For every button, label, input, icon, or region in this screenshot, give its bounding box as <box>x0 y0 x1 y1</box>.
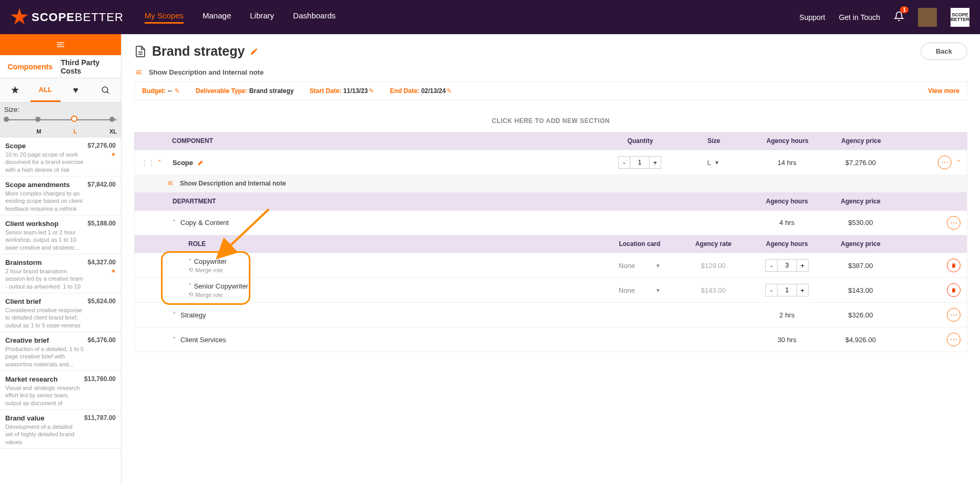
more-menu[interactable]: ⋯ <box>947 216 961 230</box>
filter-all[interactable]: ALL <box>31 78 61 102</box>
size-xl[interactable]: XL <box>109 128 117 135</box>
edit-icon[interactable] <box>197 159 205 166</box>
department-row-client-services: ˅ Client Services 30 hrs $4,926.00 ⋯ <box>135 327 967 352</box>
end-edit[interactable]: ✎ <box>447 87 452 95</box>
component-desc: Visual and strategic research effort led… <box>5 384 81 405</box>
nav-manage[interactable]: Manage <box>203 11 231 24</box>
table-header: COMPONENT Quantity Size Agency hours Age… <box>134 132 967 150</box>
dept-hours: 30 hrs <box>750 336 824 344</box>
merge-role[interactable]: ⟲ Merge role <box>188 291 603 298</box>
add-section[interactable]: CLICK HERE TO ADD NEW SECTION <box>134 117 967 125</box>
notification-badge: 1 <box>900 6 908 13</box>
nav-my-scopes[interactable]: My Scopes <box>145 11 184 24</box>
chevron-down-icon[interactable]: ˅ <box>173 336 176 344</box>
svg-line-1 <box>107 91 109 94</box>
delete-button[interactable] <box>947 283 961 297</box>
notifications-button[interactable]: 1 <box>894 11 904 24</box>
quantity-stepper[interactable]: - + <box>618 156 661 169</box>
scope-hours: 14 hrs <box>750 159 824 167</box>
component-list[interactable]: Scope 10 to 20 page scope of work docume… <box>0 138 121 483</box>
tab-thirdparty[interactable]: Third Party Costs <box>61 55 122 78</box>
back-button[interactable]: Back <box>921 43 967 60</box>
hours-stepper[interactable]: - + <box>765 259 809 272</box>
start-edit[interactable]: ✎ <box>369 87 374 95</box>
size-select[interactable]: L ▼ <box>707 159 719 167</box>
role-row: ˄ Senior Copywriter ⟲ Merge role None▼ $… <box>135 278 967 302</box>
main: Brand strategy Back Show Description and… <box>122 34 980 483</box>
scope-price: $7,276.00 <box>824 159 897 167</box>
component-price: $7,842.00 <box>88 181 116 188</box>
hours-input[interactable] <box>777 260 796 271</box>
component-price: $5,188.00 <box>88 220 116 227</box>
qty-plus[interactable]: + <box>796 260 808 271</box>
more-menu[interactable]: ⋯ <box>938 156 952 169</box>
component-item[interactable]: Market research Visual and strategic res… <box>0 371 121 410</box>
chevron-up-icon[interactable]: ˄ <box>188 258 192 265</box>
qty-minus[interactable]: - <box>766 284 777 296</box>
collapse-toggle[interactable]: ˄ <box>957 159 961 167</box>
more-menu[interactable]: ⋯ <box>947 333 961 346</box>
dept-hours: 2 hrs <box>750 311 824 319</box>
list-icon <box>55 40 66 49</box>
org-logo[interactable]: SCOPEBETTER <box>951 8 969 27</box>
role-name: Copywriter <box>194 258 227 265</box>
more-menu[interactable]: ⋯ <box>947 308 961 322</box>
col-quantity: Quantity <box>603 137 677 145</box>
sidebar-collapse[interactable] <box>0 34 121 55</box>
qty-plus[interactable]: + <box>649 157 661 168</box>
nav-library[interactable]: Library <box>250 11 274 24</box>
nav-dashboards[interactable]: Dashboards <box>293 11 336 24</box>
notes-icon <box>134 69 144 76</box>
component-item[interactable]: Brainstorm 2 hour brand brainstorm sessi… <box>0 254 121 293</box>
qty-minus[interactable]: - <box>766 260 777 271</box>
component-item[interactable]: Client workshop Senior team-led 1 or 2 h… <box>0 215 121 254</box>
link-icon: ⟲ <box>188 291 193 298</box>
col-dept-hours: Agency hours <box>750 198 824 205</box>
nav-contact[interactable]: Get in Touch <box>839 13 880 22</box>
drag-handle[interactable]: ⋮⋮ ˄ <box>141 159 173 167</box>
component-title: Brainstorm <box>5 259 85 266</box>
location-select[interactable]: None▼ <box>619 262 661 270</box>
filter-search[interactable] <box>91 78 122 102</box>
filter-fav[interactable]: ♥ <box>60 78 91 102</box>
start-value: 11/13/23 <box>343 87 368 95</box>
size-slider[interactable]: Size: M L XL <box>0 102 121 138</box>
filter-star[interactable]: ★ <box>0 78 31 102</box>
dept-name: Copy & Content <box>180 219 229 227</box>
component-item[interactable]: Scope amendments More complex changes to… <box>0 177 121 215</box>
qty-minus[interactable]: - <box>619 157 630 168</box>
col-department: DEPARTMENT <box>173 198 603 205</box>
nav-support[interactable]: Support <box>800 13 825 22</box>
avatar[interactable] <box>918 8 937 27</box>
chevron-up-icon[interactable]: ˄ <box>188 282 192 290</box>
location-select[interactable]: None▼ <box>619 286 661 294</box>
nav-links: My Scopes Manage Library Dashboards <box>145 11 336 24</box>
size-m[interactable]: M <box>36 128 41 135</box>
merge-role[interactable]: ⟲ Merge role <box>188 266 603 273</box>
view-more[interactable]: View more <box>928 87 959 95</box>
delete-button[interactable] <box>947 259 961 272</box>
component-item[interactable]: Scope 10 to 20 page scope of work docume… <box>0 138 121 177</box>
component-desc: Senior team-led 1 or 2 hour workshop, ou… <box>5 229 85 250</box>
size-l[interactable]: L <box>74 128 77 135</box>
chevron-up-icon[interactable]: ˄ <box>173 219 176 227</box>
chevron-down-icon: ▼ <box>714 160 720 166</box>
dept-hours: 4 hrs <box>750 219 824 227</box>
chevron-down-icon[interactable]: ˅ <box>173 311 176 319</box>
budget-edit[interactable]: ✎ <box>175 87 180 95</box>
hours-input[interactable] <box>777 284 796 296</box>
scope-show-description[interactable]: Show Description and Internal note <box>135 174 967 192</box>
qty-input[interactable] <box>630 157 649 168</box>
end-key: End Date: <box>390 87 419 95</box>
component-item[interactable]: Brand value Development of a detailed se… <box>0 410 121 449</box>
component-item[interactable]: Client brief Considered creative respons… <box>0 293 121 332</box>
nav-right: Support Get in Touch 1 SCOPEBETTER <box>800 8 969 27</box>
tab-components[interactable]: Components <box>0 55 61 78</box>
show-description-toggle[interactable]: Show Description and Internal note <box>134 68 967 76</box>
dept-name: Strategy <box>180 311 206 319</box>
qty-plus[interactable]: + <box>796 284 808 296</box>
component-item[interactable]: Creative brief Production of a detailed,… <box>0 332 121 371</box>
hours-stepper[interactable]: - + <box>765 284 809 296</box>
chevron-up-icon[interactable]: ˄ <box>158 159 161 167</box>
edit-icon[interactable] <box>250 47 258 56</box>
